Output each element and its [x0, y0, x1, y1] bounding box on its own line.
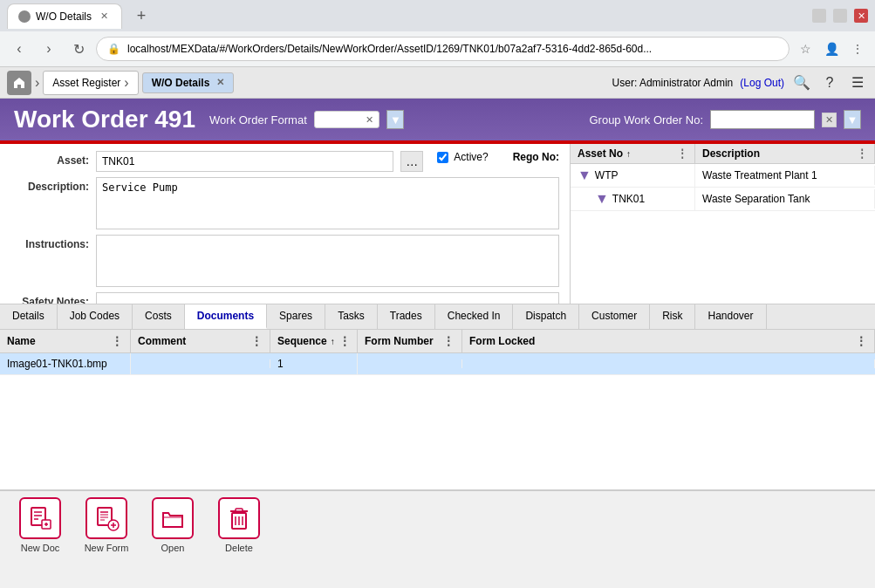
bookmark-star-icon[interactable]: ☆ — [795, 38, 816, 59]
doc-name-0: Image01-TNK01.bmp — [7, 358, 107, 370]
asset-col-assetno[interactable]: Asset No ↑ ⋮ — [571, 144, 695, 163]
format-clear-icon[interactable]: ✕ — [366, 114, 373, 126]
doc-col-name[interactable]: Name ⋮ — [0, 330, 131, 352]
breadcrumb-close-icon[interactable]: ✕ — [216, 77, 224, 88]
asset-browse-button[interactable]: … — [400, 151, 423, 172]
doc-row-0[interactable]: Image01-TNK01.bmp 1 — [0, 353, 875, 375]
back-button[interactable]: ‹ — [7, 37, 31, 61]
doc-cell-comment-0[interactable] — [131, 359, 270, 368]
doc-col-comment[interactable]: Comment ⋮ — [131, 330, 270, 352]
doc-col-form-locked-label: Form Locked — [469, 335, 535, 347]
tab-documents[interactable]: Documents — [185, 304, 267, 329]
tab-details[interactable]: Details — [0, 304, 58, 329]
close-tab-button[interactable]: ✕ — [97, 10, 111, 24]
asset-input[interactable] — [96, 151, 393, 172]
url-bar[interactable]: 🔒 localhost/MEXData/#/WorkOrders/Details… — [96, 37, 790, 61]
tab-trades[interactable]: Trades — [378, 304, 435, 329]
doc-col-form-locked-menu[interactable]: ⋮ — [855, 334, 867, 348]
breadcrumb-asset-register[interactable]: Asset Register › — [43, 71, 138, 95]
log-out-link[interactable]: (Log Out) — [740, 77, 784, 89]
tab-favicon — [18, 10, 31, 23]
home-button[interactable] — [7, 71, 31, 95]
tab-dispatch[interactable]: Dispatch — [513, 304, 579, 329]
doc-col-form-number-menu[interactable]: ⋮ — [442, 334, 455, 348]
doc-col-sequence-menu[interactable]: ⋮ — [338, 334, 351, 348]
asset-col-assetno-label: Asset No — [578, 147, 623, 160]
asset-row: Asset: … Active? Rego No: — [10, 151, 559, 172]
doc-cell-form-number-0[interactable] — [358, 359, 462, 368]
group-wo-dropdown-button[interactable]: ▼ — [844, 110, 861, 129]
doc-col-form-number-label: Form Number — [365, 335, 434, 347]
doc-table-header: Name ⋮ Comment ⋮ Sequence ↑ ⋮ Form Numbe… — [0, 330, 875, 353]
tab-checked-in[interactable]: Checked In — [435, 304, 514, 329]
user-icon[interactable]: 👤 — [821, 38, 842, 59]
sequence-sort-icon: ↑ — [331, 337, 335, 346]
asset-table: Asset No ↑ ⋮ Description ⋮ ▼ WTP — [571, 144, 875, 304]
search-icon[interactable]: 🔍 — [791, 72, 812, 93]
asset-col-description[interactable]: Description ⋮ — [695, 144, 875, 163]
new-tab-button[interactable]: + — [129, 3, 154, 28]
tab-tasks[interactable]: Tasks — [325, 304, 378, 329]
tab-costs[interactable]: Costs — [133, 304, 185, 329]
doc-cell-form-locked-0[interactable] — [462, 359, 875, 368]
hamburger-menu-icon[interactable]: ☰ — [847, 72, 868, 93]
asset-col-description-menu[interactable]: ⋮ — [857, 147, 867, 160]
asset-col-description-label: Description — [702, 147, 760, 160]
title-bar: W/O Details ✕ + ✕ — [0, 0, 875, 31]
format-select[interactable]: Standard ✕ — [314, 111, 380, 128]
minimize-button[interactable] — [812, 9, 826, 23]
instructions-textarea[interactable] — [96, 235, 559, 287]
form-left: Asset: … Active? Rego No: Description: S… — [0, 144, 570, 304]
format-value: Standard — [320, 113, 363, 126]
tab-handover[interactable]: Handover — [695, 304, 766, 329]
format-label: Work Order Format — [209, 113, 307, 126]
doc-body: Image01-TNK01.bmp 1 — [0, 353, 875, 489]
asset-col-sort-icon: ↑ — [626, 149, 631, 159]
maximize-button[interactable] — [833, 9, 847, 23]
svg-rect-17 — [236, 509, 243, 511]
form-right: Asset No ↑ ⋮ Description ⋮ ▼ WTP — [570, 144, 875, 304]
delete-button[interactable]: Delete — [213, 497, 265, 553]
doc-col-sequence[interactable]: Sequence ↑ ⋮ — [270, 330, 358, 352]
doc-cell-sequence-0: 1 — [270, 353, 358, 374]
tabs-bar: Details Job Codes Costs Documents Spares… — [0, 304, 875, 330]
help-icon[interactable]: ? — [819, 72, 840, 93]
refresh-button[interactable]: ↻ — [66, 37, 91, 61]
tab-job-codes[interactable]: Job Codes — [58, 304, 133, 329]
tnk01-tree-arrow: ▼ — [595, 191, 609, 207]
active-tab[interactable]: W/O Details ✕ — [7, 3, 122, 29]
description-textarea[interactable]: Service Pump — [96, 177, 559, 229]
asset-row-wtp[interactable]: ▼ WTP Waste Treatment Plant 1 — [571, 164, 875, 188]
doc-col-form-locked[interactable]: Form Locked ⋮ — [462, 330, 875, 352]
active-checkbox[interactable] — [437, 152, 448, 163]
address-bar: ‹ › ↻ 🔒 localhost/MEXData/#/WorkOrders/D… — [0, 31, 875, 66]
new-form-label: New Form — [85, 543, 129, 553]
new-form-button[interactable]: New Form — [80, 497, 133, 553]
breadcrumb-wo-details[interactable]: W/O Details ✕ — [142, 72, 235, 93]
tab-risk[interactable]: Risk — [650, 304, 695, 329]
description-label: Description: — [10, 177, 89, 193]
main-content: Work Order 491 Work Order Format Standar… — [0, 99, 875, 559]
menu-icon[interactable]: ⋮ — [847, 38, 868, 59]
close-window-button[interactable]: ✕ — [854, 9, 868, 23]
doc-col-comment-menu[interactable]: ⋮ — [250, 334, 263, 348]
doc-table: Name ⋮ Comment ⋮ Sequence ↑ ⋮ Form Numbe… — [0, 330, 875, 489]
format-dropdown-button[interactable]: ▼ — [386, 110, 404, 129]
doc-col-form-number[interactable]: Form Number ⋮ — [358, 330, 462, 352]
new-doc-button[interactable]: New Doc — [14, 497, 66, 553]
delete-label: Delete — [225, 543, 253, 553]
tab-spares[interactable]: Spares — [267, 304, 325, 329]
group-wo-input[interactable] — [710, 110, 815, 129]
wo-format-section: Work Order Format Standard ✕ ▼ — [209, 110, 404, 129]
bottom-toolbar: New Doc New Form — [0, 489, 875, 559]
asset-row-tnk01[interactable]: ▼ TNK01 Waste Separation Tank — [571, 188, 875, 211]
doc-col-comment-label: Comment — [138, 335, 186, 347]
group-wo-clear-icon[interactable]: ✕ — [822, 113, 837, 127]
asset-col-assetno-menu[interactable]: ⋮ — [677, 147, 687, 160]
open-button[interactable]: Open — [147, 497, 199, 553]
forward-button[interactable]: › — [37, 37, 61, 61]
tab-customer[interactable]: Customer — [579, 304, 650, 329]
doc-col-name-menu[interactable]: ⋮ — [111, 334, 123, 348]
browser-chrome: W/O Details ✕ + ✕ ‹ › ↻ 🔒 localhost/MEXD… — [0, 0, 875, 67]
safety-notes-textarea[interactable] — [96, 292, 559, 304]
